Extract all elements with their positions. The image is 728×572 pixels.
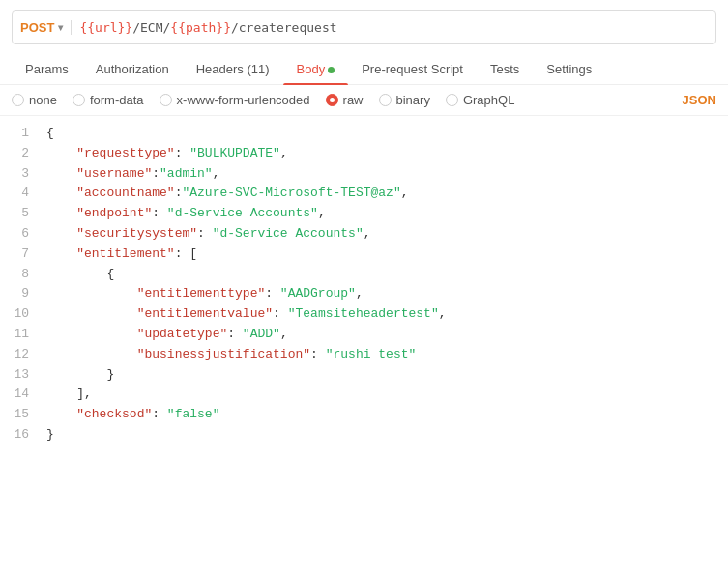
tab-tests[interactable]: Tests [477,54,533,84]
code-editor[interactable]: 1 2 3 4 5 6 7 8 9 10 11 12 13 14 15 16 {… [0,116,728,453]
url-bar: POST ▾ {{url}}/ECM/{{path}}/createreques… [12,10,716,44]
code-line-3: "username":"admin", [46,164,720,185]
json-type-label[interactable]: JSON [683,93,716,107]
url-path-end: /createrequest [231,20,337,35]
tab-authorization[interactable]: Authorization [82,54,183,84]
code-line-9: "entitlementtype": "AADGroup", [46,284,720,304]
tab-body[interactable]: Body [283,54,349,84]
option-urlencoded-label: x-www-form-urlencoded [177,93,310,107]
radio-urlencoded [160,94,172,106]
tab-headers[interactable]: Headers (11) [183,54,283,84]
code-line-10: "entitlementvalue": "Teamsiteheadertest"… [46,304,720,325]
method-selector[interactable]: POST ▾ [20,20,72,35]
url-var2: {{path}} [170,20,231,35]
code-line-14: ], [46,385,720,405]
code-line-1: { [46,124,720,144]
url-var1: {{url}} [79,20,132,35]
code-line-16: } [46,425,720,445]
option-graphql-label: GraphQL [463,93,514,107]
body-options-bar: none form-data x-www-form-urlencoded raw… [0,85,728,116]
option-form-data[interactable]: form-data [73,93,144,107]
code-line-7: "entitlement": [ [46,244,720,265]
tab-prerequest[interactable]: Pre-request Script [348,54,477,84]
tab-settings[interactable]: Settings [533,54,605,84]
option-raw[interactable]: raw [326,93,364,107]
radio-form-data [73,94,85,106]
option-graphql[interactable]: GraphQL [446,93,514,107]
radio-none [12,94,24,106]
code-line-5: "endpoint": "d-Service Accounts", [46,204,720,224]
code-line-2: "requesttype": "BULKUPDATE", [46,144,720,164]
tab-params[interactable]: Params [12,54,82,84]
method-chevron-icon: ▾ [58,22,63,33]
option-urlencoded[interactable]: x-www-form-urlencoded [160,93,310,107]
option-binary-label: binary [396,93,430,107]
line-numbers: 1 2 3 4 5 6 7 8 9 10 11 12 13 14 15 16 [0,124,39,445]
headers-count: (11) [247,62,269,76]
radio-binary [379,94,392,106]
code-line-13: } [46,365,720,386]
code-body: { "requesttype": "BULKUPDATE", "username… [39,124,728,445]
option-none[interactable]: none [12,93,57,107]
url-input[interactable]: {{url}}/ECM/{{path}}/createrequest [79,20,708,35]
url-path-ecm: /ECM/ [132,20,170,35]
method-label: POST [20,20,54,35]
code-line-4: "accountname":"Azure-SVC-Microsoft-TEST@… [46,184,720,204]
radio-graphql [446,94,458,106]
code-line-15: "checksod": "false" [46,405,720,425]
radio-raw [326,94,338,106]
option-form-data-label: form-data [90,93,144,107]
code-line-6: "securitysystem": "d-Service Accounts", [46,224,720,244]
option-none-label: none [29,93,57,107]
option-binary[interactable]: binary [379,93,430,107]
code-line-11: "updatetype": "ADD", [46,325,720,345]
code-line-8: { [46,265,720,285]
option-raw-label: raw [343,93,364,107]
code-line-12: "businessjustification": "rushi test" [46,345,720,365]
body-dot [328,67,335,73]
request-tabs: Params Authorization Headers (11) Body P… [0,54,728,85]
